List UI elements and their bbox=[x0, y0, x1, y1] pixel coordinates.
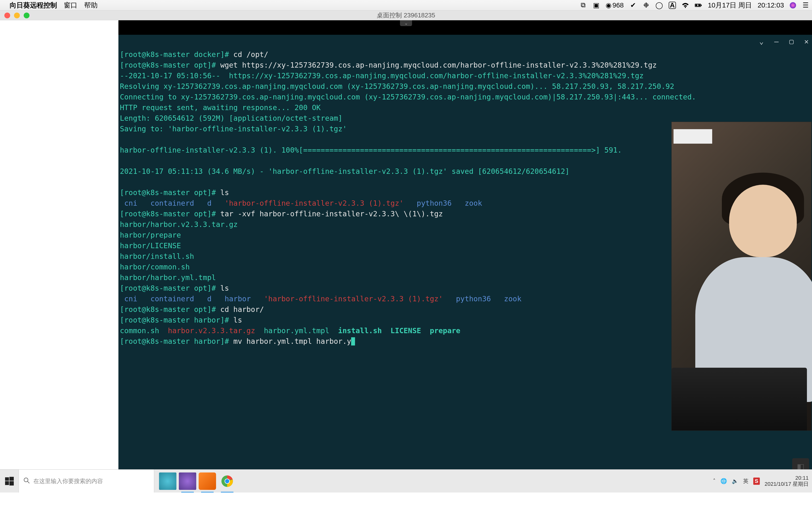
minimize-button[interactable] bbox=[14, 12, 20, 18]
webcam-overlay[interactable] bbox=[671, 122, 812, 431]
circle-icon[interactable]: ◯ bbox=[656, 2, 663, 9]
terminal-titlebar: ⌄ — ▢ ✕ bbox=[118, 35, 812, 48]
camera-icon[interactable]: ▣ bbox=[593, 2, 600, 9]
taskbar-search[interactable]: 在这里输入你要搜索的内容 bbox=[19, 469, 154, 493]
tray-volume-icon[interactable]: 🔈 bbox=[732, 478, 738, 484]
screen-icon[interactable]: ⧉ bbox=[579, 2, 587, 9]
menubar-time[interactable]: 20:12:03 bbox=[758, 1, 784, 9]
app-name[interactable]: 向日葵远程控制 bbox=[10, 1, 57, 10]
counter[interactable]: ◉ 968 bbox=[606, 1, 624, 9]
menu-window[interactable]: 窗口 bbox=[64, 1, 77, 10]
tray-input-indicator[interactable]: 英 bbox=[743, 477, 749, 485]
minimize-icon[interactable]: — bbox=[774, 36, 779, 47]
person-face bbox=[729, 185, 797, 257]
taskbar-app-1[interactable] bbox=[159, 472, 176, 490]
macos-menubar: 向日葵远程控制 窗口 帮助 ⧉ ▣ ◉ 968 ✔︎ ❉ ◯ A 10月17日 … bbox=[0, 0, 812, 11]
menu-help[interactable]: 帮助 bbox=[84, 1, 98, 10]
laptop-silhouette bbox=[672, 368, 807, 431]
fan-icon[interactable]: ❉ bbox=[643, 2, 650, 9]
remote-desktop: ⌄ — ▢ ✕ [root@k8s-master docker]# cd /op… bbox=[0, 20, 812, 493]
tray-chevron-up-icon[interactable]: ˄ bbox=[713, 478, 716, 484]
search-placeholder: 在这里输入你要搜索的内容 bbox=[33, 477, 103, 485]
maximize-icon[interactable]: ▢ bbox=[789, 36, 794, 47]
svg-rect-3 bbox=[5, 477, 9, 481]
taskbar-app-2[interactable] bbox=[179, 472, 196, 490]
chevron-down-icon[interactable]: ⌄ bbox=[759, 36, 764, 47]
svg-rect-6 bbox=[9, 481, 14, 486]
zoom-button[interactable] bbox=[24, 12, 30, 18]
svg-point-7 bbox=[24, 478, 28, 482]
menubar-date[interactable]: 10月17日 周日 bbox=[708, 1, 752, 10]
svg-rect-5 bbox=[5, 481, 9, 485]
input-method-icon[interactable]: A bbox=[669, 2, 676, 9]
svg-rect-4 bbox=[9, 477, 14, 481]
remote-window-titlebar: 桌面控制 239618235 bbox=[0, 11, 812, 20]
taskbar-clock[interactable]: 20:11 2021/10/17 星期日 bbox=[765, 475, 809, 487]
side-panel bbox=[0, 20, 118, 469]
close-icon[interactable]: ✕ bbox=[804, 36, 809, 47]
start-button[interactable] bbox=[0, 469, 19, 493]
tray-network-icon[interactable]: 🌐 bbox=[720, 478, 727, 484]
background-object bbox=[673, 129, 712, 144]
dropdown-handle[interactable]: ⌄ bbox=[400, 20, 412, 26]
taskbar-date: 2021/10/17 星期日 bbox=[765, 481, 809, 487]
terminal-cursor bbox=[351, 337, 355, 345]
search-icon bbox=[23, 477, 30, 485]
siri-icon[interactable] bbox=[790, 2, 796, 8]
battery-icon[interactable] bbox=[695, 2, 702, 9]
svg-rect-1 bbox=[701, 5, 702, 6]
close-button[interactable] bbox=[4, 12, 10, 18]
windows-taskbar: 在这里输入你要搜索的内容 ˄ 🌐 🔈 英 S 20:11 2021/10/17 … bbox=[0, 469, 812, 493]
svg-line-8 bbox=[28, 481, 30, 483]
control-center-icon[interactable]: ☰ bbox=[802, 2, 809, 9]
remote-window-title: 桌面控制 239618235 bbox=[377, 11, 435, 19]
svg-point-12 bbox=[225, 479, 229, 483]
check-icon[interactable]: ✔︎ bbox=[629, 2, 637, 9]
taskbar-app-3[interactable] bbox=[199, 472, 216, 490]
tray-region-indicator[interactable]: S bbox=[753, 477, 760, 485]
taskbar-time: 20:11 bbox=[795, 475, 809, 481]
taskbar-chrome[interactable] bbox=[218, 472, 236, 490]
wifi-icon[interactable] bbox=[682, 2, 689, 9]
